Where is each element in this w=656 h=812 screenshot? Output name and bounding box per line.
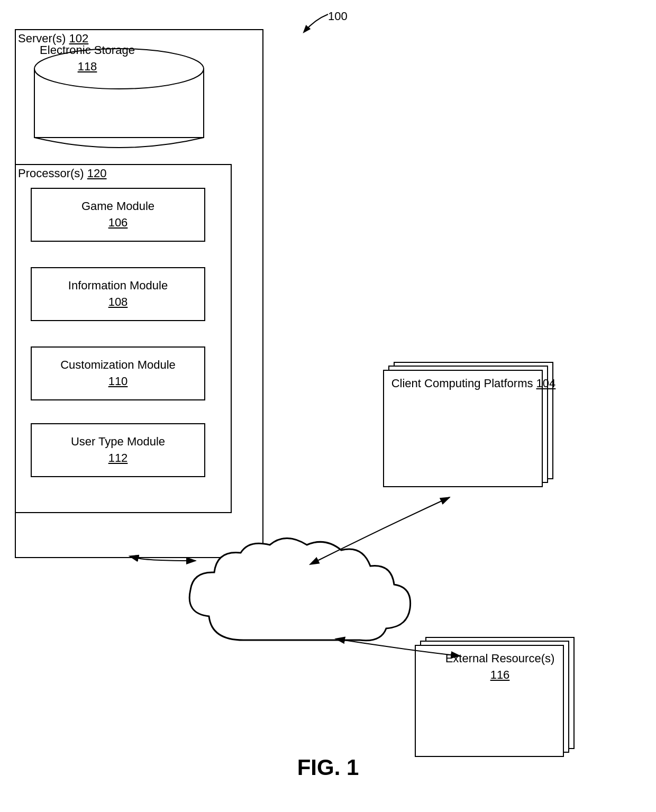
cloud-network [180, 534, 434, 672]
user-type-module-box: User Type Module112 [31, 423, 205, 477]
figure-label: FIG. 1 [297, 755, 359, 780]
game-module-box: Game Module106 [31, 188, 205, 242]
diagram: 100 Server(s) 102 Electronic Storage 118… [0, 0, 656, 812]
arrow-100 [294, 12, 336, 38]
information-module-box: Information Module108 [31, 267, 205, 321]
processor-label: Processor(s) 120 [18, 167, 107, 180]
electronic-storage-text: Electronic Storage 118 [0, 42, 175, 75]
customization-module-box: Customization Module110 [31, 346, 205, 400]
external-resources-text: External Resource(s)116 [413, 651, 587, 683]
client-computing-text: Client Computing Platforms 104 [381, 376, 566, 392]
